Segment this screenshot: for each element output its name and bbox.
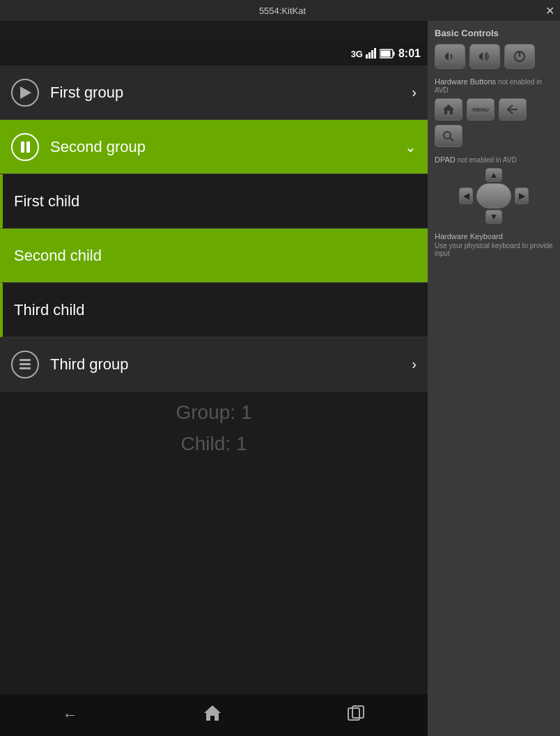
home-hw-icon — [442, 104, 455, 115]
home-nav-button[interactable] — [203, 704, 222, 727]
close-button[interactable]: ✕ — [545, 4, 554, 17]
basic-controls-buttons — [435, 44, 553, 69]
menu-hw-button[interactable]: MENU — [467, 98, 495, 121]
network-type: 3G — [351, 49, 363, 59]
window-title: 5554:KitKat — [20, 6, 545, 16]
group-indicator: Group: 1 — [176, 397, 252, 429]
battery-icon — [380, 49, 395, 59]
dpad-control: ▲ ▼ ◀ ▶ — [459, 168, 529, 224]
dpad-center-button[interactable] — [476, 183, 511, 208]
svg-rect-6 — [380, 51, 390, 57]
hardware-buttons-title: Hardware Buttons not enabled in AVD — [435, 77, 553, 94]
home-icon — [203, 704, 222, 722]
title-bar: 5554:KitKat ✕ — [0, 0, 560, 21]
first-child-label: First child — [14, 192, 79, 210]
power-icon — [513, 49, 527, 63]
svg-line-16 — [450, 138, 453, 141]
recents-icon — [347, 705, 365, 721]
svg-marker-10 — [445, 52, 449, 61]
second-group-chevron: ⌄ — [405, 139, 417, 155]
third-group-label: Third group — [50, 355, 412, 374]
third-group-icon — [11, 351, 39, 378]
third-group-item[interactable]: Third group › — [0, 337, 428, 392]
search-hw-button[interactable] — [435, 125, 462, 147]
second-group-icon — [11, 133, 39, 161]
power-button[interactable] — [504, 44, 535, 69]
android-screen: 3G 8:01 First group › — [0, 21, 428, 736]
status-icons: 3G 8:01 — [351, 47, 421, 60]
back-hw-icon — [506, 104, 519, 115]
search-hw-icon — [442, 130, 455, 141]
dpad-title: DPAD not enabled in AVD — [435, 155, 553, 164]
dpad-down-button[interactable]: ▼ — [485, 210, 502, 224]
keyboard-title: Hardware Keyboard — [435, 232, 553, 240]
third-child-item[interactable]: Third child — [0, 283, 428, 337]
volume-down-icon — [443, 50, 457, 63]
status-bar: 3G 8:01 — [0, 42, 428, 66]
back-nav-button[interactable]: ← — [63, 706, 78, 724]
svg-rect-0 — [366, 54, 368, 59]
status-time: 8:01 — [398, 47, 421, 60]
expandable-list: First group › Second group ⌄ First child… — [0, 66, 428, 392]
second-group-label: Second group — [50, 138, 405, 156]
svg-rect-2 — [371, 50, 373, 59]
second-child-label: Second child — [14, 247, 102, 265]
svg-point-15 — [444, 132, 451, 139]
first-child-item[interactable]: First child — [0, 174, 428, 229]
right-panel: Basic Controls Hardware Buttons not enab… — [428, 21, 560, 736]
first-group-icon — [11, 79, 39, 107]
content-display: Group: 1 Child: 1 — [176, 397, 252, 460]
recents-nav-button[interactable] — [347, 705, 365, 726]
volume-up-icon — [478, 50, 492, 63]
svg-marker-11 — [479, 52, 483, 61]
dpad-up-button[interactable]: ▲ — [485, 168, 502, 182]
back-hw-button[interactable] — [499, 98, 527, 121]
svg-rect-5 — [393, 52, 394, 56]
svg-marker-7 — [204, 705, 221, 721]
third-group-chevron: › — [412, 356, 417, 372]
svg-rect-3 — [374, 48, 376, 59]
dpad-left-button[interactable]: ◀ — [459, 187, 473, 204]
nav-bar: ← — [0, 694, 428, 736]
keyboard-section: Hardware Keyboard Use your physical keyb… — [435, 232, 553, 257]
home-hw-button[interactable] — [435, 98, 462, 121]
content-area: Group: 1 Child: 1 — [0, 397, 428, 460]
volume-up-button[interactable] — [469, 44, 500, 69]
second-child-item[interactable]: Second child — [0, 229, 428, 283]
keyboard-hint: Use your physical keyboard to provide in… — [435, 242, 553, 257]
svg-marker-14 — [443, 105, 454, 114]
svg-rect-1 — [368, 52, 371, 59]
third-child-label: Third child — [14, 301, 84, 319]
first-group-chevron: › — [412, 84, 417, 100]
first-group-label: First group — [50, 84, 412, 102]
hardware-buttons-row: MENU — [435, 98, 553, 147]
dpad-right-button[interactable]: ▶ — [515, 187, 529, 204]
volume-down-button[interactable] — [435, 44, 465, 69]
child-indicator: Child: 1 — [176, 429, 252, 460]
basic-controls-title: Basic Controls — [435, 28, 553, 38]
second-group-item[interactable]: Second group ⌄ — [0, 120, 428, 174]
first-group-item[interactable]: First group › — [0, 66, 428, 120]
signal-icon — [365, 47, 378, 60]
